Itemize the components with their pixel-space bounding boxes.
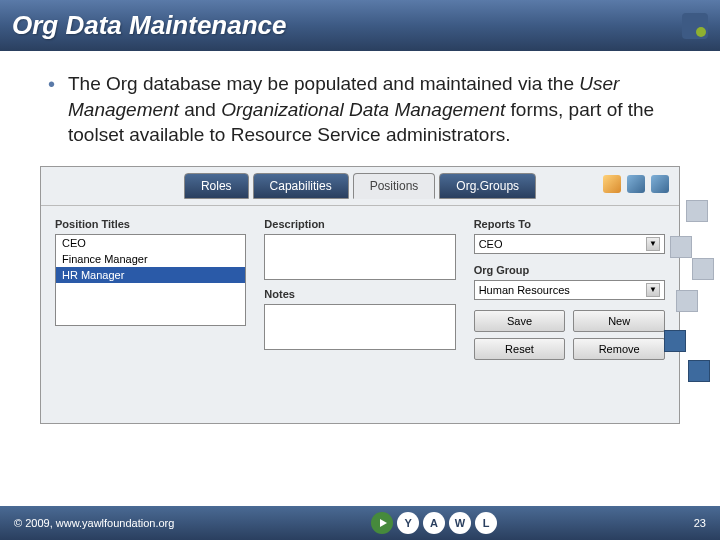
bullet-paragraph: The Org database may be populated and ma… [48,71,672,148]
chevron-down-icon: ▼ [646,237,660,251]
col-right: Reports To CEO ▼ Org Group Human Resourc… [474,218,665,366]
reset-button[interactable]: Reset [474,338,566,360]
chevron-down-icon: ▼ [646,283,660,297]
slide-content: The Org database may be populated and ma… [0,51,720,166]
label-notes: Notes [264,288,455,300]
org-group-value: Human Resources [479,284,570,296]
refresh-icon[interactable] [651,175,669,193]
notes-textarea[interactable] [264,304,455,350]
page-title: Org Data Maintenance [12,10,287,41]
button-row-2: Reset Remove [474,338,665,360]
list-item[interactable]: CEO [56,235,245,251]
list-item[interactable]: Finance Manager [56,251,245,267]
copyright-text: © 2009, www.yawlfoundation.org [14,517,174,529]
title-bar: Org Data Maintenance [0,0,720,51]
toolbar-icons [603,175,669,193]
label-reports-to: Reports To [474,218,665,230]
tab-roles[interactable]: Roles [184,173,249,199]
save-icon[interactable] [627,175,645,193]
yawl-badge-icon [682,13,708,39]
new-folder-icon[interactable] [603,175,621,193]
page-number: 23 [694,517,706,529]
logo-letter: L [475,512,497,534]
logo-letter: Y [397,512,419,534]
description-textarea[interactable] [264,234,455,280]
label-description: Description [264,218,455,230]
tab-orggroups[interactable]: Org.Groups [439,173,536,199]
logo-letter: A [423,512,445,534]
new-button[interactable]: New [573,310,665,332]
org-group-select[interactable]: Human Resources ▼ [474,280,665,300]
logo-letter: W [449,512,471,534]
list-item-selected[interactable]: HR Manager [56,267,245,283]
label-org-group: Org Group [474,264,665,276]
form-body: Position Titles CEO Finance Manager HR M… [41,205,679,376]
tab-capabilities[interactable]: Capabilities [253,173,349,199]
button-row-1: Save New [474,310,665,332]
tab-row: Roles Capabilities Positions Org.Groups [41,167,679,205]
col-position-titles: Position Titles CEO Finance Manager HR M… [55,218,246,366]
org-data-form: Roles Capabilities Positions Org.Groups … [40,166,680,424]
reports-to-select[interactable]: CEO ▼ [474,234,665,254]
bullet-text-pre: The Org database may be populated and ma… [68,73,579,94]
save-button[interactable]: Save [474,310,566,332]
col-description: Description Notes [264,218,455,366]
bullet-text-mid: and [179,99,221,120]
bullet-em2: Organizational Data Management [221,99,505,120]
yawl-logo: Y A W L [371,512,497,534]
reports-to-value: CEO [479,238,503,250]
remove-button[interactable]: Remove [573,338,665,360]
play-icon [371,512,393,534]
tab-positions[interactable]: Positions [353,173,436,199]
position-listbox[interactable]: CEO Finance Manager HR Manager [55,234,246,326]
label-position-titles: Position Titles [55,218,246,230]
footer-bar: © 2009, www.yawlfoundation.org Y A W L 2… [0,506,720,540]
